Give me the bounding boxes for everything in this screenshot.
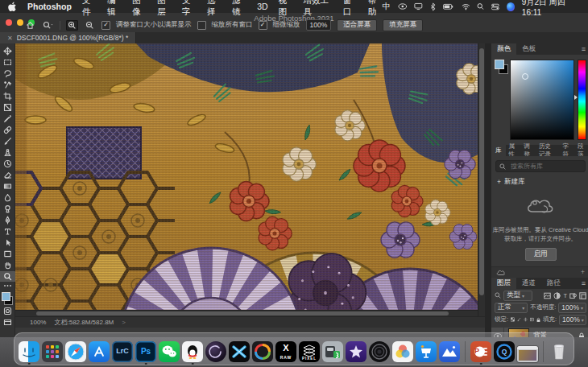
lock-artboard-icon[interactable]: [530, 316, 534, 323]
dock-lightroom-classic[interactable]: LrC: [112, 341, 133, 362]
dock-finder[interactable]: [19, 341, 39, 362]
fill-screen-button[interactable]: 填充屏幕: [383, 19, 423, 31]
tab-layers[interactable]: 图层: [491, 278, 516, 289]
panel-foreground-swatch[interactable]: [495, 60, 504, 69]
tool-hand[interactable]: [2, 260, 13, 270]
zoom-tool-preset[interactable]: [42, 20, 54, 31]
siri-icon[interactable]: [507, 2, 515, 11]
layer-filter-select[interactable]: 类型▾: [503, 291, 532, 301]
quick-mask-button[interactable]: [2, 306, 13, 316]
dock-minimized-window[interactable]: [517, 346, 538, 362]
tab-history[interactable]: 历史记录: [536, 145, 560, 156]
dock-star-app[interactable]: [346, 341, 366, 362]
libraries-search-input[interactable]: [509, 162, 582, 171]
dock-keynote[interactable]: [416, 341, 437, 362]
cc-cloud-icon[interactable]: [496, 269, 505, 276]
tool-object-selection[interactable]: [2, 80, 13, 90]
home-button[interactable]: [24, 20, 36, 31]
menubar-app-name[interactable]: Photoshop: [27, 2, 72, 11]
tool-path-select[interactable]: [2, 237, 13, 248]
dock-photoshop[interactable]: Ps: [135, 341, 156, 362]
menu-3d[interactable]: 3D: [257, 2, 267, 11]
control-center-icon[interactable]: [491, 3, 499, 10]
tool-gradient[interactable]: [2, 181, 13, 192]
tab-adjustments[interactable]: 调整: [520, 145, 536, 156]
menu-layer[interactable]: 图层: [157, 0, 172, 18]
tool-eraser[interactable]: [2, 170, 13, 180]
menu-filter[interactable]: 滤镜: [232, 0, 246, 18]
dock-qq[interactable]: [182, 341, 203, 362]
tool-shape[interactable]: [2, 249, 13, 259]
filter-shape-icon[interactable]: [569, 292, 577, 299]
dock-wechat[interactable]: [159, 341, 180, 362]
battery-icon[interactable]: [443, 3, 453, 10]
dock-mountain-app[interactable]: [439, 341, 460, 362]
tool-pen[interactable]: [2, 215, 13, 225]
dock-raw-converter[interactable]: [322, 341, 343, 362]
canvas[interactable]: [15, 43, 478, 316]
tool-clone-stamp[interactable]: [2, 147, 13, 158]
enable-sync-button[interactable]: 启用: [525, 248, 557, 261]
dock-launchpad[interactable]: [42, 341, 63, 362]
zoom-all-checkbox[interactable]: [197, 21, 206, 30]
lock-transparency-icon[interactable]: [511, 316, 515, 323]
zoom-out-button[interactable]: [84, 20, 96, 31]
tool-move[interactable]: [2, 46, 13, 56]
menu-view[interactable]: 视图: [279, 0, 293, 18]
dock-lens-app[interactable]: [369, 341, 390, 362]
tab-channels[interactable]: 通道: [516, 278, 541, 289]
dock-pixel[interactable]: PIXEL: [299, 341, 320, 362]
tool-type[interactable]: [2, 226, 13, 237]
saturation-field[interactable]: [510, 60, 574, 140]
dock-capture-one[interactable]: [205, 341, 226, 362]
dock-x-app[interactable]: [229, 341, 250, 362]
layers-panel-menu-icon[interactable]: ≡: [578, 278, 588, 289]
fill-select[interactable]: 100%▾: [559, 315, 586, 325]
dock-powerpoint[interactable]: P: [470, 341, 491, 362]
dock-safari[interactable]: [65, 341, 86, 362]
dock-x-raw[interactable]: X RAW: [275, 341, 296, 362]
filter-smart-object-icon[interactable]: [579, 292, 586, 299]
filter-type-icon[interactable]: T: [563, 292, 567, 299]
scrubby-zoom-checkbox[interactable]: ✓: [259, 21, 267, 30]
document-tab[interactable]: ✕ DSCF0001.DNG @ 100%(RGB/8*) *: [0, 32, 136, 43]
menubar-clock[interactable]: 9月2日 周四 16:11: [522, 0, 580, 17]
hue-slider[interactable]: [578, 60, 586, 140]
horizontal-scrollbar-thumb[interactable]: [36, 311, 449, 315]
capture-eye-icon[interactable]: [398, 2, 408, 10]
tab-character[interactable]: 字符: [560, 145, 575, 156]
menu-file[interactable]: 文件: [82, 0, 97, 18]
lock-position-icon[interactable]: [524, 316, 528, 323]
vertical-scrollbar-thumb[interactable]: [479, 48, 484, 295]
spotlight-icon[interactable]: [477, 2, 484, 10]
menu-edit[interactable]: 编辑: [107, 0, 122, 18]
hue-slider-pointer[interactable]: [574, 95, 578, 100]
lock-all-icon[interactable]: [536, 316, 540, 324]
menu-select[interactable]: 选择: [207, 0, 222, 18]
tool-crop[interactable]: [2, 91, 13, 101]
filter-adjustment-icon[interactable]: [553, 292, 561, 299]
panel-menu-icon[interactable]: ≡: [578, 43, 588, 55]
fit-screen-button[interactable]: 适合屏幕: [337, 19, 377, 31]
input-method-indicator[interactable]: 中: [383, 1, 391, 12]
dock-creative-cloud[interactable]: [252, 341, 273, 362]
menu-help[interactable]: 帮助: [368, 0, 383, 18]
color-picker-ring[interactable]: [522, 73, 528, 80]
zoom-percent-field[interactable]: 100%: [306, 19, 332, 31]
blend-mode-select[interactable]: 正常▾: [495, 303, 528, 313]
tool-history-brush[interactable]: [2, 159, 13, 169]
tool-eyedropper[interactable]: [2, 113, 13, 124]
vertical-scrollbar[interactable]: [478, 43, 485, 316]
tab-paths[interactable]: 路径: [541, 278, 566, 289]
tab-properties[interactable]: 属性: [506, 145, 521, 156]
tool-healing-brush[interactable]: [2, 125, 13, 135]
tool-dodge[interactable]: [2, 204, 13, 214]
close-tab-icon[interactable]: ✕: [7, 35, 13, 42]
menu-plugins[interactable]: 增效工具: [304, 0, 333, 18]
bluetooth-icon[interactable]: [430, 2, 436, 11]
dock-app-store[interactable]: [89, 341, 110, 362]
tab-paragraph[interactable]: 段落: [574, 145, 588, 156]
tool-lasso[interactable]: [2, 68, 13, 79]
filter-pixel-icon[interactable]: [544, 292, 551, 299]
zoom-in-button[interactable]: [66, 20, 78, 31]
